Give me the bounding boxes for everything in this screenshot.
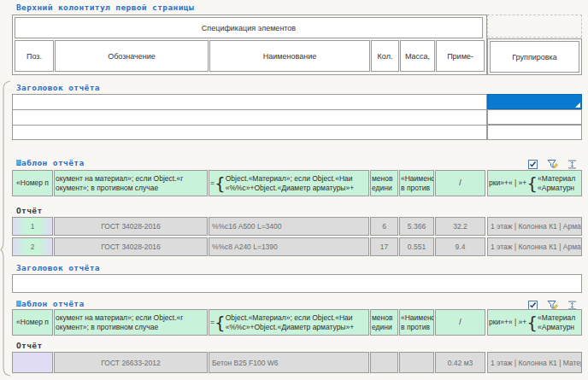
spec-title-cell[interactable]: Спецификация элементов — [15, 17, 483, 38]
section-label-first-page-header: Верхний колонтитул первой страницы — [16, 3, 194, 12]
report-cell-grouping[interactable]: 1 этаж | Колонна К1 | Армат — [487, 217, 582, 236]
section-label-report-2: Отчёт — [16, 341, 43, 350]
report-cell-grouping[interactable]: 1 этаж | Колонна К1 | Армат — [487, 237, 582, 256]
report-header-row[interactable] — [14, 110, 485, 125]
report-cell-name[interactable]: %%c8 A240 L=1390 — [209, 237, 369, 256]
spec-col-name[interactable]: Наименование — [209, 40, 370, 72]
report-cell-pos[interactable] — [12, 352, 53, 373]
spec-col-note[interactable]: Приме- — [436, 40, 485, 72]
template-row-2: «Номер п окумент на материал»; если Obje… — [12, 309, 582, 336]
report-row: 1 ГОСТ 34028-2016 %%c16 A500 L=3400 6 5.… — [12, 217, 582, 236]
report-template-editor: Верхний колонтитул первой страницы Специ… — [0, 0, 588, 380]
spec-table: Спецификация элементов Поз. Обозначение … — [12, 15, 487, 75]
template-row-1: «Номер п окумент на материал»; если Obje… — [12, 170, 582, 196]
report-cell-designation[interactable]: ГОСТ 34028-2016 — [54, 217, 208, 236]
report-cell-designation[interactable]: ГОСТ 26633-2012 — [54, 352, 208, 373]
template-cell-pos[interactable]: «Номер п — [12, 309, 53, 336]
template-cell-grouping[interactable]: рки»+« | »+{ «Материал«Арматурн — [487, 170, 582, 196]
section-label-report-template-2: Шаблон отчёта — [16, 299, 85, 308]
section-label-report-header-2: Заголовок отчёта — [16, 263, 100, 272]
report-header-grouping-cells — [487, 94, 582, 140]
report-cell-pos[interactable]: 2 — [12, 237, 53, 256]
report-header-row[interactable] — [12, 274, 582, 293]
template-cell-grouping[interactable]: рки»+« | »+{ «Материал«Арматурн — [487, 309, 582, 336]
report-cell-count[interactable]: 6 — [370, 217, 398, 236]
section-label-report-1: Отчёт — [16, 206, 43, 215]
section-label-report-template-1: Шаблон отчёта — [16, 158, 85, 167]
template-cell-name[interactable]: ={ Object.«Материал»; если Object.«Наи«%… — [209, 170, 369, 196]
template-cell-count[interactable]: меноведини — [370, 170, 398, 196]
grouping-cell[interactable] — [487, 125, 582, 140]
report-header-row[interactable] — [14, 95, 485, 109]
report-cell-note[interactable]: 0.42 м3 — [435, 352, 485, 373]
spec-col-pos[interactable]: Поз. — [15, 40, 54, 72]
row-spacing-icon[interactable] — [567, 159, 578, 170]
template-cell-designation[interactable]: окумент на материал»; если Object.«гокум… — [54, 170, 208, 196]
report-cell-note[interactable]: 9.4 — [435, 237, 485, 256]
report-cell-grouping[interactable]: 1 этаж | Колонна К1 | Матер — [487, 352, 582, 373]
report-header-table-1 — [12, 94, 487, 140]
report-cell-mass[interactable]: 0.551 — [399, 237, 434, 256]
checkbox-icon[interactable] — [527, 159, 538, 170]
section-label-report-header-1: Заголовок отчёта — [16, 83, 100, 92]
report-cell-count[interactable] — [370, 352, 398, 373]
spec-col-designation[interactable]: Обозначение — [55, 40, 209, 72]
report-cell-name[interactable]: %%c16 A500 L=3400 — [209, 217, 369, 236]
grouping-cell-selected[interactable] — [487, 94, 582, 109]
report-header-row[interactable] — [14, 126, 485, 140]
report-cell-mass[interactable]: 5.366 — [399, 217, 434, 236]
report-cell-name[interactable]: Бетон B25 F100 W6 — [209, 352, 369, 373]
report-row: 2 ГОСТ 34028-2016 %%c8 A240 L=1390 17 0.… — [12, 237, 582, 256]
report-cell-mass[interactable] — [399, 352, 434, 373]
report-cell-note[interactable]: 32.2 — [435, 217, 485, 236]
template-cell-name[interactable]: ={ Object.«Материал»; если Object.«Наи«%… — [209, 309, 369, 336]
grouping-header-placeholder — [487, 15, 582, 38]
report-cell-count[interactable]: 17 — [370, 237, 398, 256]
report-cell-designation[interactable]: ГОСТ 34028-2016 — [54, 237, 208, 256]
grouping-cell[interactable] — [487, 109, 582, 125]
report-cell-pos[interactable]: 1 — [12, 217, 53, 236]
group-bracket — [0, 0, 11, 380]
template-cell-note[interactable]: / — [435, 309, 485, 336]
template-cell-mass[interactable]: «Наименсв против — [399, 309, 434, 336]
spec-col-grouping[interactable]: Группировка — [490, 41, 579, 73]
spec-col-mass[interactable]: Масса, — [400, 40, 435, 72]
spec-grouping-box: Группировка — [487, 38, 582, 75]
template-cell-pos[interactable]: «Номер п — [12, 170, 53, 196]
spec-col-count[interactable]: Кол. — [371, 40, 399, 72]
template-cell-mass[interactable]: «Наименсв против — [399, 170, 434, 196]
template-cell-designation[interactable]: окумент на материал»; если Object.«гокум… — [54, 309, 208, 336]
template-cell-note[interactable]: / — [435, 170, 485, 196]
spec-title: Спецификация элементов — [202, 24, 296, 32]
report-row: ГОСТ 26633-2012 Бетон B25 F100 W6 0.42 м… — [12, 352, 582, 373]
template-cell-count[interactable]: меноведини — [370, 309, 398, 336]
filter-edit-icon[interactable] — [547, 159, 558, 170]
